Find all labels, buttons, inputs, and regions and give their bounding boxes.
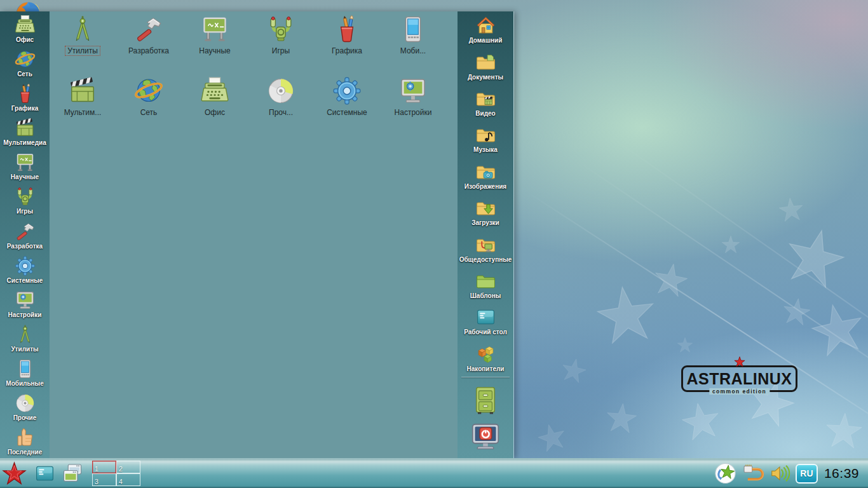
workspace-cell[interactable]: 3 bbox=[92, 473, 116, 486]
astralinux-logo-title: ASTRALINUX bbox=[686, 371, 792, 387]
sidebar-category-item[interactable]: Офис bbox=[0, 11, 50, 46]
category-grid-item[interactable]: Проч... bbox=[248, 74, 314, 135]
places-item[interactable]: Загрузки bbox=[458, 194, 513, 230]
places-item[interactable]: Общедоступные bbox=[458, 230, 513, 266]
window-list-icon[interactable] bbox=[61, 462, 84, 485]
category-grid-item[interactable]: Моби... bbox=[380, 12, 446, 74]
gamepad-icon bbox=[266, 15, 295, 44]
category-grid-item[interactable]: Утилиты bbox=[50, 12, 116, 74]
workspace-cell[interactable]: 1 bbox=[92, 461, 116, 473]
sidebar-category-label: Сеть bbox=[17, 71, 32, 78]
system-tray: RU 16:39 bbox=[714, 462, 864, 485]
wallpaper-star bbox=[806, 297, 868, 362]
wallpaper-star bbox=[559, 355, 588, 385]
sidebar-category-item[interactable]: Игры bbox=[0, 184, 50, 218]
wallpaper-star bbox=[777, 196, 805, 224]
places-action[interactable] bbox=[470, 422, 501, 452]
gamepad-icon bbox=[15, 186, 36, 207]
places-item[interactable]: Музыка bbox=[458, 121, 513, 157]
globe-icon bbox=[15, 49, 36, 70]
category-grid-label: Настройки bbox=[392, 107, 435, 118]
folder-music-icon bbox=[475, 125, 496, 146]
category-grid-item[interactable]: Офис bbox=[182, 74, 248, 135]
taskbar-clock[interactable]: 16:39 bbox=[824, 466, 859, 481]
places-item[interactable]: Документы bbox=[458, 48, 513, 84]
blackboard-icon bbox=[15, 152, 36, 173]
wallpaper-star bbox=[534, 420, 569, 455]
category-grid-item[interactable]: Графика bbox=[314, 12, 380, 74]
network-icon[interactable] bbox=[742, 462, 765, 485]
category-grid-label: Системные bbox=[324, 107, 370, 118]
category-grid-label: Игры bbox=[269, 46, 292, 56]
places-item[interactable]: Домашний bbox=[458, 11, 513, 48]
workspace-cell[interactable]: 2 bbox=[116, 461, 140, 473]
wallpaper-star bbox=[824, 410, 864, 451]
category-grid-label: Мультим... bbox=[62, 107, 104, 118]
hammer-icon bbox=[134, 15, 163, 44]
places-action[interactable] bbox=[470, 385, 501, 416]
places-item[interactable]: Шаблоны bbox=[458, 267, 513, 303]
sidebar-category-label: Разработка bbox=[7, 243, 43, 250]
category-grid-item[interactable]: Разработка bbox=[116, 12, 182, 74]
places-item-label: Накопители bbox=[467, 365, 505, 372]
workspace-number: 3 bbox=[95, 478, 98, 485]
sidebar-category-item[interactable]: Разработка bbox=[0, 218, 50, 252]
sidebar-category-label: Мультимедиа bbox=[3, 139, 46, 146]
places-list: Домашний Документы Видео Музыка Изображе… bbox=[458, 11, 513, 376]
wallpaper-star bbox=[677, 337, 693, 353]
sidebar-category-item[interactable]: Графика bbox=[0, 80, 50, 114]
launcher-main-area: Утилиты Разработка Научные Игры Графика bbox=[50, 11, 458, 459]
keyboard-layout-indicator[interactable]: RU bbox=[796, 464, 818, 484]
sidebar-category-item[interactable]: Последние bbox=[0, 424, 50, 459]
places-item-label: Изображения bbox=[465, 183, 506, 190]
category-grid-item[interactable]: Системные bbox=[314, 74, 380, 135]
places-item[interactable]: Изображения bbox=[458, 158, 513, 194]
paint-cup-icon bbox=[15, 83, 36, 104]
sidebar-category-label: Мобильные bbox=[6, 380, 43, 387]
category-grid-label: Моби... bbox=[398, 46, 428, 56]
monitor-gear-icon bbox=[15, 290, 36, 311]
wallpaper-star bbox=[780, 295, 813, 328]
places-item-label: Музыка bbox=[473, 146, 498, 153]
folder-public-icon bbox=[475, 234, 496, 255]
show-desktop-icon[interactable] bbox=[34, 463, 55, 484]
sidebar-category-label: Игры bbox=[17, 208, 33, 215]
sidebar-category-item[interactable]: Системные bbox=[0, 252, 50, 287]
sidebar-category-item[interactable]: Мультимедиа bbox=[0, 114, 50, 149]
places-item-label: Документы bbox=[468, 74, 503, 81]
astralinux-logo: ASTRALINUX common edition bbox=[681, 365, 797, 392]
blackboard-icon bbox=[200, 15, 229, 44]
category-grid-item[interactable]: Мультим... bbox=[50, 74, 116, 135]
category-grid-item[interactable]: Игры bbox=[248, 12, 314, 74]
category-sidebar: Офис Сеть Графика Мультимедиа Научные Иг… bbox=[0, 11, 50, 459]
astra-menu-icon[interactable] bbox=[1, 461, 27, 487]
folder-video-icon bbox=[475, 88, 496, 109]
places-item[interactable]: Рабочий стол bbox=[458, 303, 513, 339]
hammer-icon bbox=[15, 221, 36, 242]
category-grid-item[interactable]: Настройки bbox=[380, 74, 446, 135]
sidebar-category-item[interactable]: Научные bbox=[0, 149, 50, 184]
software-update-icon[interactable] bbox=[714, 462, 737, 485]
desktop-screen-icon bbox=[475, 307, 496, 328]
sidebar-category-item[interactable]: Сеть bbox=[0, 46, 50, 80]
workspace-cell[interactable]: 4 bbox=[116, 473, 140, 486]
gear-icon bbox=[15, 255, 36, 276]
astralinux-logo-subtitle: common edition bbox=[709, 388, 770, 395]
volume-icon[interactable] bbox=[770, 463, 791, 484]
sidebar-category-label: Прочие bbox=[13, 414, 37, 421]
sidebar-category-item[interactable]: Настройки bbox=[0, 287, 50, 321]
category-grid-label: Разработка bbox=[126, 46, 172, 56]
places-item[interactable]: Накопители bbox=[458, 340, 513, 376]
sidebar-category-item[interactable]: Мобильные bbox=[0, 356, 50, 390]
home-icon bbox=[475, 15, 496, 36]
category-grid-label: Офис bbox=[202, 107, 227, 118]
monitor-gear-icon bbox=[398, 76, 428, 105]
sidebar-category-item[interactable]: Утилиты bbox=[0, 321, 50, 355]
category-grid-label: Графика bbox=[329, 46, 365, 56]
workspace-number: 4 bbox=[119, 478, 123, 485]
sidebar-category-item[interactable]: Прочие bbox=[0, 390, 50, 424]
category-grid: Утилиты Разработка Научные Игры Графика bbox=[50, 11, 458, 135]
category-grid-item[interactable]: Сеть bbox=[116, 74, 182, 135]
category-grid-item[interactable]: Научные bbox=[182, 12, 248, 74]
places-item[interactable]: Видео bbox=[458, 85, 513, 121]
